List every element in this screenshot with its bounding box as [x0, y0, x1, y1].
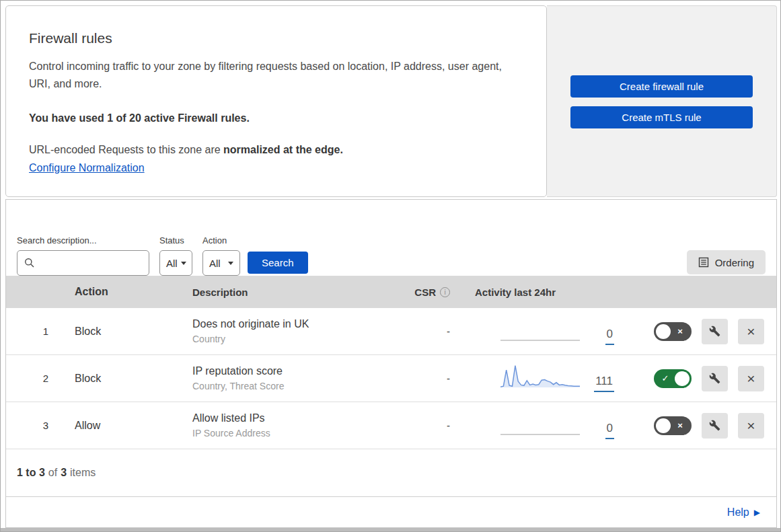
- activity-count-link[interactable]: 0: [605, 328, 614, 345]
- create-firewall-rule-button[interactable]: Create firewall rule: [570, 75, 753, 98]
- action-label: Action: [202, 235, 240, 245]
- status-select-value: All: [166, 258, 178, 269]
- activity-count-link[interactable]: 111: [594, 375, 614, 392]
- search-input-wrapper: [17, 250, 149, 276]
- col-header-description: Description: [192, 287, 401, 298]
- search-label: Search description...: [17, 235, 149, 245]
- actions-panel: Create firewall rule Create mTLS rule: [547, 5, 777, 197]
- ordering-button-label: Ordering: [715, 257, 754, 268]
- wrench-icon: [709, 326, 720, 337]
- rule-action: Block: [75, 326, 192, 338]
- rule-activity-cell: 0: [458, 308, 620, 354]
- normalization-note: URL-encoded Requests to this zone are no…: [29, 144, 523, 156]
- toggle-on-check-icon: ✓: [656, 373, 675, 383]
- rule-controls: ✓ ×: [654, 366, 764, 391]
- activity-sparkline-empty: [500, 308, 580, 355]
- filter-bar: Search description... Status All Action: [6, 200, 776, 276]
- close-icon: ×: [747, 371, 755, 385]
- pagination-total: 3: [61, 467, 67, 479]
- close-icon: ×: [747, 324, 755, 338]
- toggle-off-cross-icon: ×: [671, 326, 690, 336]
- search-icon: [24, 258, 35, 268]
- chevron-down-icon: [228, 262, 233, 265]
- toggle-knob: [675, 371, 690, 386]
- rule-row-1: 1 Block Does not originate in UK Country…: [6, 308, 776, 355]
- col-header-csr: CSR i: [401, 287, 458, 298]
- toggle-knob: [656, 324, 671, 339]
- top-section: Firewall rules Control incoming traffic …: [5, 5, 777, 197]
- rule-csr: -: [401, 326, 458, 337]
- pagination: 1 to 3 of 3 items: [6, 449, 776, 496]
- rule-description-cell: IP reputation score Country, Threat Scor…: [192, 365, 401, 391]
- create-mtls-rule-button[interactable]: Create mTLS rule: [570, 106, 753, 128]
- rule-activity-cell: 111: [458, 355, 620, 402]
- rule-description: Does not originate in UK: [192, 318, 401, 330]
- info-icon[interactable]: i: [440, 287, 450, 297]
- action-select[interactable]: All: [202, 250, 240, 276]
- rule-action: Allow: [75, 420, 192, 432]
- rule-fields: Country, Threat Score: [192, 381, 401, 391]
- wrench-icon: [709, 420, 720, 431]
- page-title: Firewall rules: [29, 30, 523, 46]
- intro-card: Firewall rules Control incoming traffic …: [5, 5, 547, 197]
- rule-description-cell: Allow listed IPs IP Source Address: [192, 412, 401, 439]
- status-label: Status: [159, 235, 192, 245]
- ordering-button[interactable]: Ordering: [687, 250, 766, 274]
- chevron-down-icon: [181, 262, 186, 265]
- help-link[interactable]: Help ▶: [727, 506, 760, 519]
- rule-row-3: 3 Allow Allow listed IPs IP Source Addre…: [6, 402, 776, 449]
- delete-rule-button[interactable]: ×: [738, 319, 764, 344]
- activity-sparkline-empty: [500, 402, 580, 449]
- rule-enable-toggle[interactable]: ✓: [654, 369, 692, 388]
- rules-table: Action Description CSR i Activity last 2…: [6, 276, 776, 449]
- rule-fields: Country: [192, 334, 401, 344]
- help-bar: Help ▶: [6, 496, 776, 527]
- pagination-range: 1 to 3: [17, 467, 45, 479]
- search-input[interactable]: [17, 250, 149, 276]
- status-field: Status All: [159, 235, 192, 276]
- rule-priority: 2: [17, 373, 75, 384]
- firewall-rules-page: Firewall rules Control incoming traffic …: [0, 0, 781, 532]
- col-header-activity: Activity last 24hr: [458, 276, 620, 308]
- help-arrow-icon: ▶: [754, 508, 760, 517]
- edit-rule-button[interactable]: [702, 413, 728, 439]
- rule-row-2: 2 Block IP reputation score Country, Thr…: [6, 355, 776, 402]
- rule-csr: -: [401, 373, 458, 384]
- configure-normalization-link[interactable]: Configure Normalization: [29, 162, 145, 174]
- edit-rule-button[interactable]: [702, 366, 728, 391]
- usage-summary: You have used 1 of 20 active Firewall ru…: [29, 112, 523, 124]
- rule-description: Allow listed IPs: [192, 412, 401, 424]
- col-header-action: Action: [75, 286, 192, 298]
- table-header-row: Action Description CSR i Activity last 2…: [6, 276, 776, 308]
- activity-sparkline: [500, 359, 580, 389]
- action-select-value: All: [209, 258, 221, 269]
- delete-rule-button[interactable]: ×: [738, 413, 764, 439]
- activity-count-link[interactable]: 0: [605, 422, 614, 439]
- rule-enable-toggle[interactable]: ×: [654, 416, 692, 435]
- rule-description-cell: Does not originate in UK Country: [192, 318, 401, 344]
- rule-controls: × ×: [654, 319, 764, 344]
- delete-rule-button[interactable]: ×: [738, 366, 764, 391]
- rule-action: Block: [75, 373, 192, 385]
- rule-priority: 1: [17, 326, 75, 337]
- ordering-icon: [698, 257, 709, 268]
- bottom-edge: [1, 528, 780, 531]
- toggle-knob: [656, 418, 671, 433]
- edit-rule-button[interactable]: [702, 319, 728, 344]
- page-description: Control incoming traffic to your zone by…: [29, 58, 510, 93]
- rule-description: IP reputation score: [192, 365, 401, 377]
- search-button[interactable]: Search: [248, 252, 308, 274]
- rule-csr: -: [401, 420, 458, 431]
- action-field: Action All: [202, 235, 240, 276]
- status-select[interactable]: All: [159, 250, 192, 276]
- search-field: Search description...: [17, 235, 149, 276]
- rule-activity-cell: 0: [458, 402, 620, 449]
- rule-priority: 3: [17, 420, 75, 431]
- sparkline-baseline: [500, 340, 580, 341]
- rule-fields: IP Source Address: [192, 428, 401, 439]
- rule-controls: × ×: [654, 413, 764, 439]
- close-icon: ×: [747, 418, 755, 432]
- rule-enable-toggle[interactable]: ×: [654, 322, 692, 341]
- sparkline-baseline: [500, 434, 580, 435]
- wrench-icon: [709, 373, 720, 384]
